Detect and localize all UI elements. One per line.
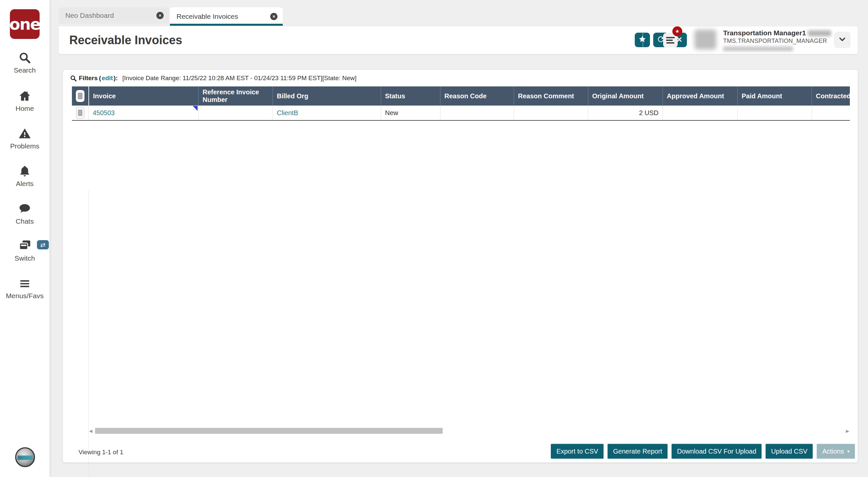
tab-receivable-invoices[interactable]: Receivable Invoices ✕ [170, 7, 283, 26]
scroll-left-arrow[interactable]: ◀ [89, 428, 92, 434]
user-name: Transportation Manager1 [723, 29, 806, 37]
select-all-checkbox[interactable] [76, 90, 85, 102]
actions-button[interactable]: Actions ▾ [816, 444, 855, 459]
invoices-table: Invoice Reference Invoice Number Billed … [72, 87, 850, 121]
title-bar: Receivable Invoices ✕ ★ Transportation M… [59, 26, 858, 54]
bell-icon [19, 165, 31, 178]
cell-original-amount: 2 USD [588, 105, 662, 120]
cell-contracted-amount [812, 105, 850, 120]
app-root: one Search Home Problems Alerts [0, 0, 868, 477]
billed-org-link[interactable]: ClientB [277, 109, 298, 117]
actions-label: Actions [822, 448, 844, 455]
sidebar-item-problems[interactable]: Problems [0, 127, 50, 150]
table-row: 450503 ClientB New 2 USD [72, 105, 850, 121]
tab-label: Neo Dashboard [65, 11, 114, 20]
cell-reason-code [440, 105, 514, 120]
active-tab-underline [170, 24, 283, 26]
cell-billed-org: ClientB [273, 105, 381, 120]
scrollbar-thumb[interactable] [95, 428, 443, 434]
tab-close-icon[interactable]: ✕ [270, 13, 277, 20]
column-header-original-amount[interactable]: Original Amount [588, 87, 662, 105]
cell-reference-invoice-number [198, 105, 273, 120]
generate-report-button[interactable]: Generate Report [608, 444, 668, 459]
favorites-badge-icon[interactable]: ★ [672, 26, 682, 36]
sidebar-item-label: Search [14, 66, 36, 74]
upload-csv-button[interactable]: Upload CSV [766, 444, 813, 459]
sidebar-item-alerts[interactable]: Alerts [0, 165, 50, 188]
chevron-down-icon [838, 35, 846, 45]
edit-filters-link[interactable]: edit [102, 74, 113, 82]
search-icon [70, 75, 77, 82]
tab-neo-dashboard[interactable]: Neo Dashboard ✕ [59, 7, 169, 24]
cell-approved-amount [662, 105, 737, 120]
favorite-button[interactable] [635, 33, 650, 47]
tab-label: Receivable Invoices [177, 12, 238, 21]
warning-triangle-icon [18, 127, 31, 140]
hamburger-icon [666, 42, 674, 43]
profile-avatar[interactable] [15, 447, 35, 467]
star-icon [638, 35, 647, 45]
filters-bar: Filters ( edit ): [Invoice Date Range: 1… [70, 74, 356, 82]
switch-role-badge[interactable]: ⇄ [37, 240, 49, 249]
redacted-text [723, 46, 793, 51]
hamburger-icon [18, 278, 31, 290]
column-header-reference-invoice-number[interactable]: Reference Invoice Number [198, 87, 273, 105]
sidebar-item-label: Problems [10, 142, 39, 150]
row-select-cell [72, 105, 88, 120]
sidebar-item-label: Home [16, 104, 34, 113]
viewing-count: Viewing 1-1 of 1 [79, 449, 123, 456]
one-logo[interactable]: one [10, 9, 39, 39]
switch-windows-icon [18, 239, 31, 252]
home-icon [18, 90, 31, 102]
paren: ): [114, 74, 118, 82]
sidebar-item-label: Switch [14, 254, 35, 262]
hamburger-icon [666, 40, 673, 41]
row-checkbox[interactable] [76, 107, 85, 119]
export-to-csv-button[interactable]: Export to CSV [551, 444, 604, 459]
user-menu-chevron-button[interactable] [834, 32, 850, 48]
column-header-reason-code[interactable]: Reason Code [440, 87, 514, 105]
filters-label: Filters [79, 74, 98, 82]
search-icon [19, 52, 31, 64]
user-role: TMS.TRANSPORTATION_MANAGER [723, 38, 832, 44]
chat-bubble-icon [18, 202, 31, 215]
filters-summary: [Invoice Date Range: 11/25/22 10:28 AM E… [122, 74, 356, 82]
sidebar-item-search[interactable]: Search [0, 52, 50, 74]
caret-down-icon: ▾ [847, 449, 849, 454]
scroll-right-arrow[interactable]: ▶ [846, 428, 849, 434]
cell-invoice: 450503 [88, 105, 198, 120]
sidebar-item-menus-favs[interactable]: Menus/Favs [0, 278, 50, 300]
column-header-billed-org[interactable]: Billed Org [273, 87, 381, 105]
receivable-invoices-panel: Filters ( edit ): [Invoice Date Range: 1… [63, 70, 858, 463]
user-info[interactable]: Transportation Manager1 TMS.TRANSPORTATI… [723, 29, 832, 51]
column-header-approved-amount[interactable]: Approved Amount [662, 87, 737, 105]
column-header-reason-comment[interactable]: Reason Comment [514, 87, 588, 105]
horizontal-scrollbar[interactable]: ◀ ▶ [88, 427, 850, 435]
column-header-status[interactable]: Status [381, 87, 440, 105]
table-header-row: Invoice Reference Invoice Number Billed … [72, 87, 850, 105]
corner-flag-icon [193, 106, 197, 111]
paren: ( [99, 74, 101, 82]
tab-close-icon[interactable]: ✕ [156, 12, 164, 19]
redacted-text [808, 30, 831, 36]
column-header-contracted-amount[interactable]: Contracted Amount [812, 87, 850, 105]
cell-reason-comment [514, 105, 588, 120]
cell-status: New [381, 105, 440, 120]
sidebar: one Search Home Problems Alerts [0, 0, 50, 477]
header-divider [643, 31, 643, 50]
footer-button-bar: Export to CSV Generate Report Download C… [551, 444, 855, 459]
cell-paid-amount [737, 105, 812, 120]
hamburger-icon [666, 37, 675, 38]
column-header-paid-amount[interactable]: Paid Amount [737, 87, 812, 105]
column-header-invoice[interactable]: Invoice [88, 87, 198, 105]
invoice-link[interactable]: 450503 [93, 109, 115, 117]
sidebar-item-label: Menus/Favs [6, 292, 43, 300]
sidebar-item-label: Alerts [16, 180, 34, 188]
download-csv-for-upload-button[interactable]: Download CSV For Upload [671, 444, 762, 459]
sidebar-item-home[interactable]: Home [0, 90, 50, 113]
select-all-cell [72, 87, 88, 105]
page-title: Receivable Invoices [69, 26, 182, 54]
sidebar-item-switch[interactable]: Switch ⇄ [0, 239, 50, 262]
sidebar-item-chats[interactable]: Chats [0, 202, 50, 225]
sidebar-item-label: Chats [16, 217, 34, 225]
